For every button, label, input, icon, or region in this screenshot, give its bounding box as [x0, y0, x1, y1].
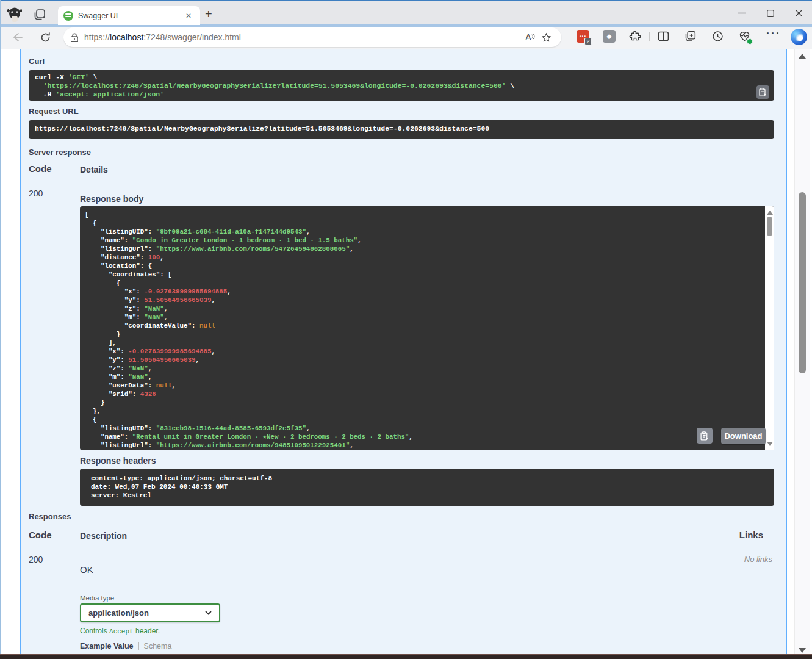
address-bar[interactable]: https://localhost:7248/swagger/index.htm…	[63, 27, 561, 47]
history-icon[interactable]	[711, 30, 725, 43]
responses-links-cell: No links	[744, 555, 772, 564]
browser-titlebar: Swagger UI ✕ +	[0, 0, 812, 24]
window-minimize-button[interactable]	[728, 2, 756, 24]
collections-icon[interactable]	[684, 30, 697, 43]
copy-curl-button[interactable]	[756, 85, 769, 99]
read-aloud-icon[interactable]: A	[522, 29, 538, 45]
curl-label: Curl	[29, 57, 45, 66]
tab-title: Swagger UI	[78, 12, 182, 20]
window-frame-left	[0, 0, 1, 654]
favorites-star-icon[interactable]	[538, 29, 554, 45]
browser-essentials-icon[interactable]	[738, 30, 751, 43]
response-body-json: [ { "listingUID": "9bf09a21-c684-411d-a1…	[85, 211, 774, 450]
url-text: https://localhost:7248/swagger/index.htm…	[84, 32, 522, 42]
refresh-button[interactable]	[37, 29, 53, 45]
server-details-header: Details	[80, 165, 108, 175]
curl-code: curl -X 'GET' \ 'https://localhost:7248/…	[35, 73, 768, 99]
main-scroll-up-icon[interactable]	[799, 54, 806, 59]
bottom-edge-strip	[0, 654, 812, 659]
media-type-hint: Controls Accept header.	[80, 627, 160, 635]
tab-close-icon[interactable]: ✕	[182, 10, 195, 21]
scroll-up-arrow-icon[interactable]	[767, 211, 773, 215]
swagger-favicon	[63, 11, 73, 21]
response-body-container: [ { "listingUID": "9bf09a21-c684-411d-a1…	[80, 206, 774, 450]
response-headers-block: content-type: application/json; charset=…	[80, 469, 774, 506]
media-type-select[interactable]: application/json	[80, 603, 220, 622]
copy-response-button[interactable]	[697, 428, 713, 444]
back-button[interactable]	[10, 29, 26, 45]
response-body-label: Response body	[80, 194, 143, 204]
responses-code-header: Code	[29, 530, 52, 540]
extension-badge: 2	[584, 38, 592, 45]
window-frame-top	[0, 0, 812, 1]
settings-more-icon[interactable]: ···	[766, 27, 780, 41]
extension-red-icon[interactable]: ... 2	[577, 30, 590, 43]
server-code-header: Code	[29, 164, 52, 174]
extension-gray-icon[interactable]: ◆	[603, 30, 616, 43]
request-url-label: Request URL	[29, 107, 79, 116]
response-body-block[interactable]: [ { "listingUID": "9bf09a21-c684-411d-a1…	[80, 206, 774, 450]
main-scroll-thumb[interactable]	[799, 192, 806, 373]
server-table-divider	[29, 181, 774, 181]
server-response-code: 200	[29, 189, 43, 198]
media-type-value: application/json	[88, 608, 205, 618]
curl-command-block: curl -X 'GET' \ 'https://localhost:7248/…	[29, 70, 774, 101]
server-response-label: Server response	[29, 148, 91, 157]
get-operation-block: Curl curl -X 'GET' \ 'https://localhost:…	[20, 49, 787, 654]
tab-workspaces-icon[interactable]	[32, 7, 48, 23]
example-schema-tabs: Example Value Schema	[80, 642, 171, 650]
tab-schema[interactable]: Schema	[144, 642, 172, 650]
response-body-scrollbar[interactable]	[765, 206, 774, 450]
browser-logo-icon[interactable]	[7, 7, 23, 23]
extensions-puzzle-icon[interactable]	[629, 30, 642, 43]
request-url-value: https://localhost:7248/Spatial/NearbyGeo…	[35, 124, 768, 133]
lock-icon	[71, 33, 78, 42]
window-close-button[interactable]	[785, 2, 812, 24]
media-type-label: Media type	[80, 594, 114, 602]
swagger-page: Curl curl -X 'GET' \ 'https://localhost:…	[0, 49, 812, 659]
chevron-down-icon	[205, 611, 212, 615]
scroll-down-arrow-icon[interactable]	[767, 442, 773, 446]
request-url-block: https://localhost:7248/Spatial/NearbyGeo…	[29, 120, 774, 139]
main-scroll-down-icon[interactable]	[799, 648, 806, 653]
responses-label: Responses	[29, 512, 71, 521]
response-scroll-thumb[interactable]	[767, 217, 772, 236]
response-headers-label: Response headers	[80, 456, 156, 466]
tabs-divider	[138, 642, 139, 650]
responses-description-cell: OK	[80, 564, 93, 575]
responses-table-divider	[29, 547, 774, 547]
main-scrollbar[interactable]	[794, 49, 810, 659]
window-maximize-button[interactable]	[756, 2, 785, 24]
responses-code-cell: 200	[29, 555, 43, 564]
split-screen-icon[interactable]	[657, 30, 670, 43]
new-tab-button[interactable]: +	[205, 7, 212, 21]
tab-example-value[interactable]: Example Value	[80, 642, 134, 650]
responses-description-header: Description	[80, 531, 127, 541]
responses-links-header: Links	[739, 530, 763, 540]
download-button[interactable]: Download	[721, 428, 766, 444]
copilot-icon[interactable]	[791, 29, 807, 45]
toolbar-separator	[649, 32, 650, 41]
browser-tab-swagger-ui[interactable]: Swagger UI ✕	[58, 6, 200, 25]
